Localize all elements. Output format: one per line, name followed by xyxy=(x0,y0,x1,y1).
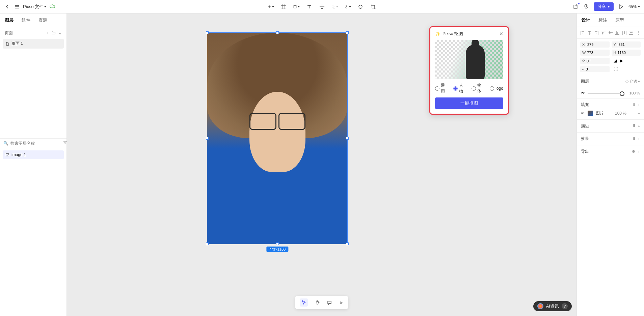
more-tools-icon[interactable]: ⪢ xyxy=(339,300,344,305)
menu-icon[interactable] xyxy=(14,3,20,10)
h-field[interactable]: H xyxy=(612,50,641,56)
tab-components[interactable]: 组件 xyxy=(22,17,30,23)
option-object[interactable]: 物体 xyxy=(472,83,485,94)
boolean-tool-icon[interactable] xyxy=(331,3,338,10)
resize-handle-br[interactable] xyxy=(346,242,349,245)
chevron-down-icon[interactable]: ⌄ xyxy=(58,31,62,36)
share-button[interactable]: 分享▾ xyxy=(594,2,614,11)
rotation-input[interactable] xyxy=(587,59,599,63)
popup-options: 通用 人物 物体 logo xyxy=(435,79,503,97)
h-input[interactable] xyxy=(617,51,630,55)
popup-preview xyxy=(435,40,503,79)
page-item-label: 页面 1 xyxy=(11,41,23,47)
style-icon[interactable]: ⠿ xyxy=(633,124,635,128)
export-icon[interactable] xyxy=(572,3,579,10)
hand-tool-icon[interactable] xyxy=(315,300,320,305)
cloud-sync-icon[interactable] xyxy=(49,3,56,10)
tidy-icon[interactable]: ⋮ xyxy=(636,30,641,36)
move-tool-icon[interactable] xyxy=(319,3,325,10)
tab-prototype[interactable]: 原型 xyxy=(615,17,624,23)
remove-fill-icon[interactable]: − xyxy=(638,111,640,116)
y-field[interactable]: Y xyxy=(612,41,641,48)
comment-tool-icon[interactable] xyxy=(327,300,332,305)
radius-field[interactable]: ⌐ xyxy=(580,66,610,72)
add-export-icon[interactable]: + xyxy=(638,150,640,154)
option-logo[interactable]: logo xyxy=(490,86,503,91)
canvas[interactable]: 773×1160 ✨ Pixso 抠图 ✕ 通用 人物 物体 logo 一键抠图 xyxy=(67,13,576,316)
rotation-field[interactable]: ⟳ xyxy=(580,58,610,64)
resize-handle-tl[interactable] xyxy=(206,31,209,34)
add-stroke-icon[interactable]: + xyxy=(638,124,640,128)
add-fill-icon[interactable]: + xyxy=(638,103,640,107)
resize-handle-mr[interactable] xyxy=(346,137,349,140)
tab-assets[interactable]: 资源 xyxy=(38,17,47,23)
text-tool-icon[interactable] xyxy=(306,3,313,10)
component-tool-icon[interactable] xyxy=(344,3,351,10)
x-field[interactable]: X xyxy=(580,41,610,48)
pointer-tool-icon[interactable] xyxy=(300,298,308,307)
frame-tool-icon[interactable] xyxy=(280,3,287,10)
search-input[interactable] xyxy=(10,141,61,146)
fill-swatch[interactable] xyxy=(588,111,593,116)
resize-handle-ml[interactable] xyxy=(206,137,209,140)
style-icon[interactable]: ⠿ xyxy=(633,103,635,107)
expand-radius-icon[interactable]: ⛶ xyxy=(614,67,618,71)
layer-item[interactable]: image 1 xyxy=(3,150,64,159)
align-center-v-icon[interactable] xyxy=(608,30,613,36)
distribute-h-icon[interactable] xyxy=(622,30,627,36)
align-right-icon[interactable] xyxy=(594,30,599,36)
style-icon[interactable]: ⠿ xyxy=(633,137,635,141)
folder-icon[interactable] xyxy=(52,31,56,36)
distribute-v-icon[interactable] xyxy=(629,30,634,36)
fill-row: 👁 图片 100 % − xyxy=(581,108,640,116)
y-input[interactable] xyxy=(617,42,630,47)
tab-design[interactable]: 设计 xyxy=(582,17,590,23)
ellipse-tool-icon[interactable] xyxy=(357,3,364,10)
fill-opacity-value[interactable]: 100 xyxy=(615,111,622,116)
resize-handle-bl[interactable] xyxy=(206,242,209,245)
shape-tool-icon[interactable] xyxy=(293,3,300,10)
flip-v-icon[interactable]: ▶ xyxy=(620,58,623,63)
resize-handle-bm[interactable] xyxy=(276,242,279,245)
fill-type[interactable]: 图片 xyxy=(596,110,604,116)
export-settings-icon[interactable]: ⚙ xyxy=(632,149,635,154)
zoom-level[interactable]: 65% xyxy=(628,4,640,9)
file-name[interactable]: Pixso 文件 xyxy=(23,4,46,10)
share-label: 分享 xyxy=(598,4,606,9)
add-tool-icon[interactable] xyxy=(267,3,274,10)
tab-layers[interactable]: 图层 xyxy=(5,17,14,23)
align-center-h-icon[interactable] xyxy=(587,30,592,36)
page-item[interactable]: 页面 1 xyxy=(3,39,64,49)
add-page-icon[interactable]: + xyxy=(47,31,49,36)
radius-input[interactable] xyxy=(586,67,598,71)
opacity-value[interactable]: 100 % xyxy=(627,91,640,95)
close-icon[interactable]: ✕ xyxy=(499,31,503,36)
opacity-slider[interactable] xyxy=(588,93,624,93)
help-badge[interactable]: AI资讯 ? xyxy=(533,301,572,311)
option-person[interactable]: 人物 xyxy=(453,83,467,94)
play-icon[interactable] xyxy=(618,3,624,10)
x-input[interactable] xyxy=(586,42,599,47)
back-icon[interactable] xyxy=(4,3,11,10)
align-left-icon[interactable] xyxy=(580,30,585,36)
tab-annotate[interactable]: 标注 xyxy=(598,17,607,23)
selection-frame[interactable]: 773×1160 xyxy=(207,32,348,244)
topbar-left: Pixso 文件 xyxy=(4,3,56,10)
passthrough-label[interactable]: ◇ 穿透 xyxy=(625,79,640,84)
add-effect-icon[interactable]: + xyxy=(638,137,640,141)
flip-h-icon[interactable]: ◢ xyxy=(614,58,617,63)
align-top-icon[interactable] xyxy=(601,30,606,36)
w-input[interactable] xyxy=(587,51,600,55)
visibility-icon[interactable]: 👁 xyxy=(581,91,585,95)
spark-icon xyxy=(537,303,543,309)
fill-visibility-icon[interactable]: 👁 xyxy=(581,111,585,116)
align-bottom-icon[interactable] xyxy=(615,30,620,36)
layer-section-label: 图层 xyxy=(581,79,589,84)
cutout-action-button[interactable]: 一键抠图 xyxy=(435,97,503,109)
w-field[interactable]: W xyxy=(580,50,610,56)
option-general[interactable]: 通用 xyxy=(435,83,449,94)
location-icon[interactable] xyxy=(583,3,590,10)
resize-handle-tr[interactable] xyxy=(346,31,349,34)
crop-tool-icon[interactable] xyxy=(370,3,377,10)
resize-handle-tm[interactable] xyxy=(276,31,279,34)
